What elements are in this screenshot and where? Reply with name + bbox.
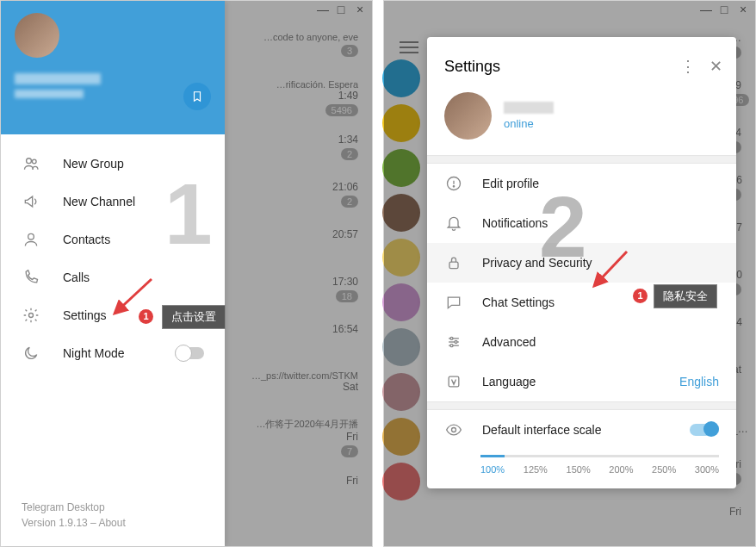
- menu-item-night[interactable]: Night Mode: [1, 334, 225, 372]
- drawer-header: [1, 1, 225, 134]
- setting-lang[interactable]: LanguageEnglish: [427, 362, 736, 401]
- scale-option[interactable]: 125%: [524, 464, 548, 475]
- chat-item[interactable]: 1:342: [217, 128, 363, 176]
- close-button[interactable]: ×: [738, 3, 748, 16]
- setting-lock[interactable]: Privacy and Security: [427, 243, 736, 283]
- menu-item-group[interactable]: New Group: [1, 145, 225, 183]
- scale-toggle[interactable]: [690, 424, 719, 436]
- group-icon: [22, 155, 40, 172]
- channel-icon: [22, 193, 40, 210]
- chat-item[interactable]: 20:57: [217, 223, 363, 270]
- scale-option[interactable]: 250%: [652, 464, 676, 475]
- status-text: online: [504, 117, 554, 130]
- chat-avatar[interactable]: [382, 418, 420, 456]
- svg-point-14: [450, 345, 453, 347]
- chat-avatar[interactable]: [382, 59, 420, 97]
- settings-icon: [22, 307, 40, 324]
- eye-icon: [444, 421, 463, 438]
- svg-point-16: [452, 428, 456, 432]
- contacts-icon: [22, 231, 40, 248]
- tip-badge: 1: [633, 289, 648, 303]
- pane-right: — □ × …31:4954961:34221:06220:5717:30181…: [383, 0, 756, 547]
- menu-item-calls[interactable]: Calls: [1, 258, 225, 296]
- svg-point-1: [32, 159, 36, 164]
- chat-avatar[interactable]: [382, 328, 420, 366]
- more-icon[interactable]: ⋮: [674, 53, 702, 80]
- titlebar-right: — □ ×: [384, 1, 755, 16]
- bookmark-icon[interactable]: [183, 83, 211, 110]
- svg-point-13: [455, 341, 457, 344]
- chat-avatar[interactable]: [382, 194, 420, 232]
- pane-left: — □ × code to anyone, eve…3rificación. E…: [0, 0, 373, 547]
- chat-avatar[interactable]: [382, 373, 420, 411]
- menu-item-contacts[interactable]: Contacts: [1, 221, 225, 258]
- svg-point-12: [450, 337, 453, 339]
- lock-icon: [444, 254, 463, 271]
- chat-icon: [444, 294, 463, 311]
- setting-adv[interactable]: Advanced: [427, 322, 736, 362]
- chat-item[interactable]: 17:3018: [217, 270, 363, 318]
- svg-point-3: [29, 314, 34, 318]
- panel-title: Settings: [444, 58, 674, 76]
- setting-edit[interactable]: Edit profile: [427, 164, 736, 203]
- chat-item[interactable]: 16:54: [217, 318, 363, 365]
- scale-option[interactable]: 150%: [567, 464, 591, 475]
- adv-icon: [444, 333, 463, 351]
- menu-item-channel[interactable]: New Channel: [1, 183, 225, 221]
- chat-item[interactable]: rificación. Espera…1:495496: [217, 74, 363, 128]
- svg-rect-8: [449, 262, 458, 269]
- scale-option[interactable]: 100%: [480, 464, 505, 475]
- svg-point-0: [27, 159, 32, 164]
- chat-avatar[interactable]: [382, 239, 420, 277]
- default-scale-row[interactable]: Default interface scale: [427, 410, 736, 450]
- scale-slider[interactable]: 100%125%150%200%250%300%: [427, 450, 736, 488]
- chat-avatar[interactable]: [382, 463, 420, 500]
- chat-item[interactable]: Fri: [217, 469, 363, 517]
- drawer: New GroupNew ChannelContactsCallsSetting…: [1, 1, 225, 546]
- chat-item[interactable]: code to anyone, eve…3: [217, 27, 363, 74]
- max-button[interactable]: □: [336, 3, 346, 16]
- calls-icon: [22, 269, 40, 286]
- max-button[interactable]: □: [719, 3, 729, 16]
- close-icon[interactable]: ✕: [702, 53, 729, 80]
- night-toggle[interactable]: [175, 347, 204, 359]
- tip-box-left: 点击设置: [162, 305, 226, 329]
- chat-item[interactable]: ps://twitter.com/STKM_…Sat: [217, 365, 363, 413]
- scale-option[interactable]: 200%: [609, 464, 633, 475]
- svg-point-2: [28, 233, 34, 239]
- chat-item[interactable]: 作将于2020年4月开播…Fri7: [217, 413, 363, 469]
- chat-item[interactable]: 21:062: [217, 176, 363, 223]
- min-button[interactable]: —: [700, 3, 710, 16]
- chat-avatar[interactable]: [382, 283, 420, 321]
- svg-point-7: [453, 186, 454, 187]
- night-icon: [22, 345, 40, 362]
- setting-bell[interactable]: Notifications: [427, 203, 736, 243]
- min-button[interactable]: —: [317, 3, 327, 16]
- tip-badge: 1: [139, 309, 153, 324]
- chat-item[interactable]: Fri: [716, 500, 747, 546]
- avatar[interactable]: [15, 13, 59, 58]
- hamburger-icon[interactable]: [400, 38, 418, 57]
- chat-list: code to anyone, eve…3rificación. Espera……: [217, 18, 372, 546]
- chat-avatar[interactable]: [382, 149, 420, 187]
- drawer-footer: Telegram Desktop Version 1.9.13 – About: [22, 500, 126, 531]
- settings-panel: Settings ⋮ ✕ online Edit profileNotifica…: [427, 37, 736, 488]
- edit-icon: [444, 175, 463, 192]
- profile-row[interactable]: online: [427, 89, 736, 155]
- lang-icon: [444, 373, 463, 390]
- chat-avatar[interactable]: [382, 104, 420, 142]
- close-button[interactable]: ×: [355, 3, 365, 16]
- scale-option[interactable]: 300%: [695, 464, 719, 475]
- avatar: [444, 92, 492, 140]
- bell-icon: [444, 214, 463, 232]
- tip-box-right: 隐私安全: [654, 284, 717, 308]
